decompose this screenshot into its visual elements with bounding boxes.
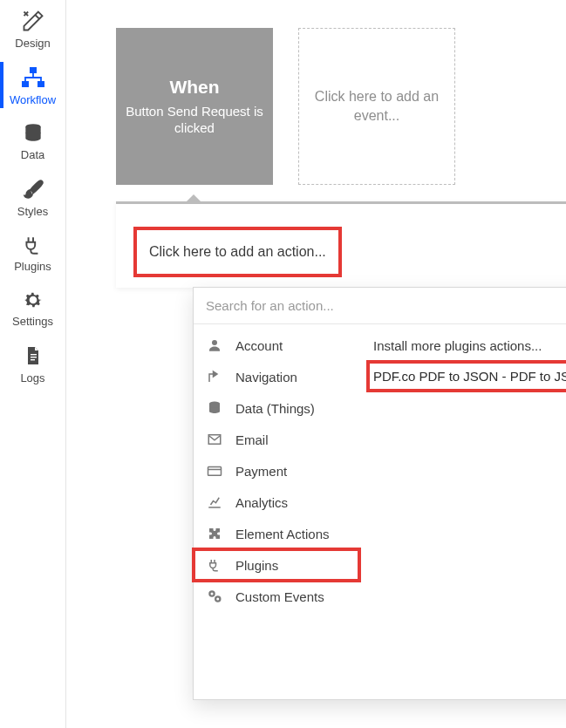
- sidebar-item-label: Design: [15, 37, 50, 50]
- action-results: Install more plugins actions... PDF.co P…: [359, 324, 566, 699]
- category-label: Email: [235, 432, 269, 447]
- category-payment[interactable]: Payment: [194, 455, 359, 486]
- category-data[interactable]: Data (Things): [194, 392, 359, 424]
- svg-point-7: [212, 340, 217, 345]
- sidebar-item-label: Data: [21, 148, 44, 161]
- events-row: When Button Send Request is clicked Clic…: [116, 28, 455, 185]
- sidebar-item-design[interactable]: Design: [0, 0, 65, 57]
- database-icon: [206, 400, 223, 416]
- gears-icon: [206, 589, 223, 604]
- action-category-list: Account Navigation Data (Things): [194, 324, 359, 699]
- envelope-icon: [206, 432, 223, 447]
- category-label: Navigation: [235, 370, 297, 384]
- install-more-plugins-link[interactable]: Install more plugins actions...: [368, 333, 566, 362]
- sidebar-item-plugins[interactable]: Plugins: [0, 225, 65, 280]
- sidebar-item-label: Plugins: [14, 260, 51, 273]
- plug-icon: [206, 557, 223, 573]
- sidebar-item-label: Workflow: [10, 93, 56, 106]
- event-description: Button Send Request is clicked: [125, 103, 264, 137]
- svg-rect-10: [208, 467, 222, 476]
- sidebar-item-label: Logs: [20, 371, 44, 384]
- svg-point-13: [211, 593, 214, 595]
- add-action-label: Click here to add an action...: [149, 244, 326, 260]
- category-label: Analytics: [235, 495, 288, 510]
- pencil-ruler-icon: [21, 9, 45, 33]
- category-navigation[interactable]: Navigation: [194, 361, 359, 392]
- database-icon: [22, 122, 44, 145]
- svg-rect-0: [30, 67, 37, 73]
- action-dropdown: Account Navigation Data (Things): [193, 287, 566, 700]
- sidebar-item-settings[interactable]: Settings: [0, 280, 65, 335]
- category-plugins[interactable]: Plugins: [194, 549, 359, 581]
- category-label: Account: [235, 338, 283, 353]
- document-icon: [23, 344, 44, 368]
- add-event-label: Click here to add an event...: [308, 87, 446, 126]
- svg-rect-6: [31, 359, 35, 360]
- svg-point-15: [216, 598, 219, 601]
- brush-icon: [22, 177, 44, 201]
- category-label: Data (Things): [235, 401, 315, 416]
- chart-icon: [206, 494, 223, 510]
- user-icon: [206, 337, 223, 353]
- sidebar-item-styles[interactable]: Styles: [0, 168, 65, 225]
- add-event-card[interactable]: Click here to add an event...: [298, 28, 455, 185]
- category-label: Plugins: [235, 558, 278, 573]
- sidebar-item-label: Styles: [17, 205, 48, 218]
- sidebar-item-logs[interactable]: Logs: [0, 335, 65, 391]
- category-label: Custom Events: [235, 589, 324, 604]
- svg-rect-4: [31, 354, 37, 355]
- svg-rect-1: [22, 81, 29, 87]
- action-panel: Click here to add an action... Account: [116, 201, 566, 288]
- category-custom-events[interactable]: Custom Events: [194, 581, 359, 612]
- action-search-input[interactable]: [194, 288, 566, 324]
- category-label: Element Actions: [235, 527, 330, 541]
- category-account[interactable]: Account: [194, 330, 359, 361]
- event-when-label: When: [169, 77, 219, 98]
- action-result-pdfco[interactable]: PDF.co PDF to JSON - PDF to JSON: [368, 362, 566, 391]
- workflow-canvas: When Button Send Request is clicked Clic…: [66, 0, 566, 728]
- category-label: Payment: [235, 464, 287, 479]
- category-email[interactable]: Email: [194, 424, 359, 455]
- flowchart-icon: [20, 65, 46, 90]
- gear-icon: [22, 289, 44, 311]
- credit-card-icon: [206, 463, 223, 479]
- share-arrow-icon: [206, 369, 223, 384]
- add-action-button[interactable]: Click here to add an action...: [133, 227, 342, 277]
- category-analytics[interactable]: Analytics: [194, 486, 359, 518]
- event-card-selected[interactable]: When Button Send Request is clicked: [116, 28, 273, 185]
- svg-rect-2: [38, 81, 44, 87]
- sidebar-item-label: Settings: [12, 315, 53, 328]
- puzzle-icon: [206, 526, 223, 541]
- dropdown-body: Account Navigation Data (Things): [194, 324, 566, 699]
- sidebar-item-workflow[interactable]: Workflow: [0, 57, 65, 113]
- category-element-actions[interactable]: Element Actions: [194, 518, 359, 549]
- plug-icon: [21, 234, 45, 256]
- app-sidebar: Design Workflow Data: [0, 0, 66, 728]
- svg-rect-5: [31, 357, 37, 357]
- sidebar-item-data[interactable]: Data: [0, 113, 65, 168]
